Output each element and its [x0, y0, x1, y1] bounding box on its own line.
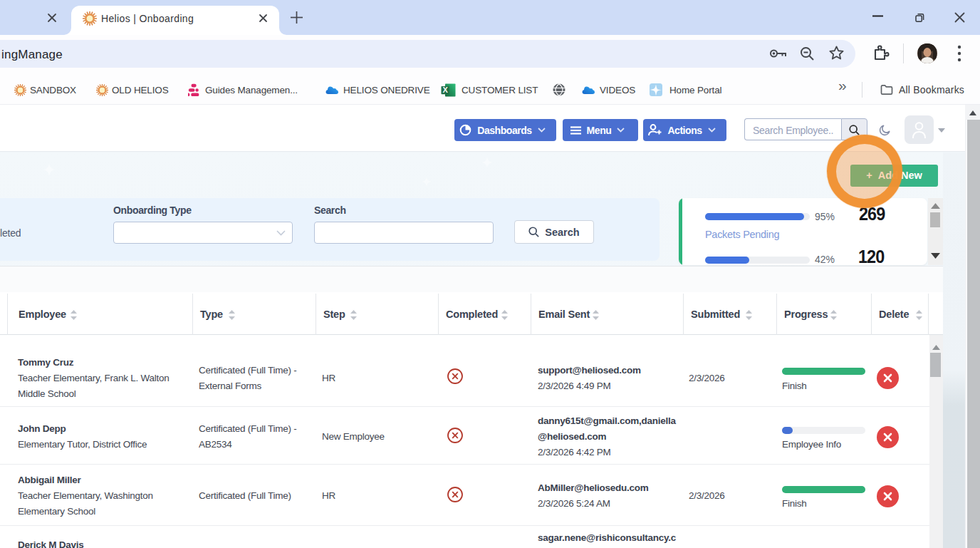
svg-text:X: X [443, 86, 449, 94]
